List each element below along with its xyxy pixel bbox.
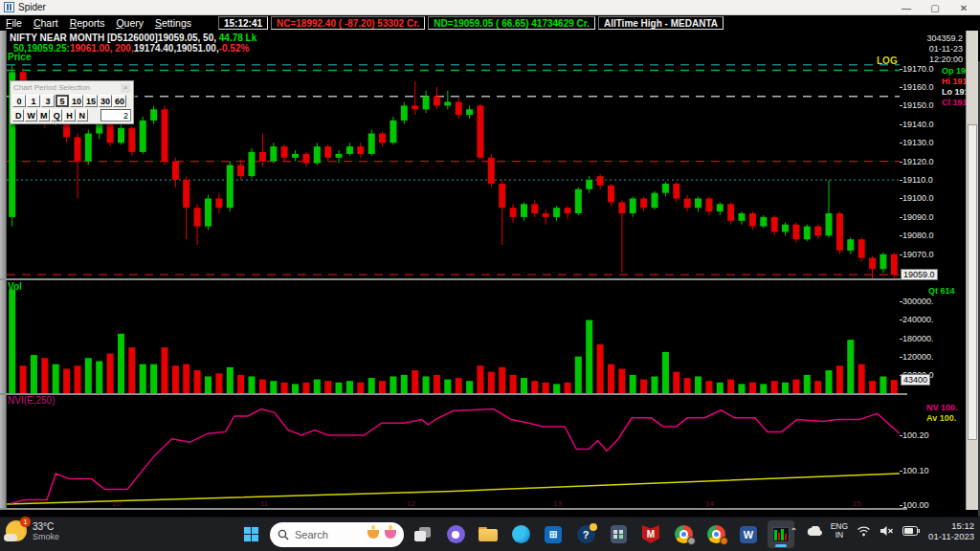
- mcafee-icon[interactable]: M: [637, 520, 664, 548]
- period-button-1[interactable]: 1: [27, 95, 40, 107]
- quote-segment: 200,: [112, 43, 133, 54]
- weather-temperature: 33°C: [33, 521, 59, 532]
- volume-axis-tick: 120000.: [902, 352, 934, 362]
- svg-text:13: 13: [553, 499, 562, 508]
- period-value-input[interactable]: [100, 109, 131, 121]
- svg-text:11: 11: [260, 499, 269, 508]
- period-button-10[interactable]: 10: [70, 95, 83, 107]
- menu-item-chart[interactable]: Chart: [28, 17, 64, 29]
- svg-text:10: 10: [112, 499, 121, 508]
- period-button-H[interactable]: H: [63, 109, 75, 121]
- windows-taskbar: 1 33°C Smoke Search: [0, 517, 980, 551]
- diya-decoration-icon: [385, 530, 396, 539]
- menu-item-settings[interactable]: Settings: [149, 17, 197, 29]
- quote-summary-line: 50,19059.25:19061.00, 200,19174.40,19051…: [13, 43, 249, 54]
- nvi-legend-av: Av 100.: [926, 413, 956, 423]
- period-button-5[interactable]: 5: [56, 95, 69, 107]
- period-button-Q[interactable]: Q: [51, 109, 62, 121]
- period-button-3[interactable]: 3: [41, 95, 55, 107]
- search-input[interactable]: Search: [270, 522, 404, 547]
- windows-logo-icon: [243, 526, 259, 542]
- task-view-button[interactable]: [410, 520, 436, 548]
- weather-description: Smoke: [33, 532, 59, 541]
- dialog-close-icon[interactable]: ×: [121, 83, 130, 93]
- left-scroll-strip[interactable]: [0, 31, 7, 510]
- chat-app-icon[interactable]: [442, 520, 469, 548]
- onedrive-cloud-icon[interactable]: [807, 526, 822, 537]
- tray-chevron-icon[interactable]: ⌃: [790, 526, 797, 537]
- vertical-scrollbar-thumb[interactable]: [968, 124, 977, 440]
- period-button-0[interactable]: 0: [12, 95, 26, 107]
- price-axis-tick: 19120.0: [902, 157, 934, 166]
- period-button-W[interactable]: W: [25, 109, 36, 121]
- instrument-volume: 44.78 Lk: [216, 33, 256, 43]
- volume-qty-legend: Qt 614: [928, 286, 955, 296]
- chrome-profile2-glyph-icon: [707, 525, 725, 543]
- price-axis-column: 304359.201-11-2312:20:00Op 19130.Hi 1914…: [900, 31, 965, 510]
- microsoft-store-icon[interactable]: ⊞: [540, 520, 567, 548]
- minimize-button[interactable]: —: [892, 0, 921, 15]
- quote-segment: 19174.40,19051.00,: [134, 43, 219, 54]
- volume-chart[interactable]: [7, 280, 900, 393]
- price-chart[interactable]: [7, 54, 900, 278]
- period-button-30[interactable]: 30: [99, 95, 112, 107]
- period-button-15[interactable]: 15: [84, 95, 98, 107]
- log-scale-label: LOG: [877, 55, 898, 66]
- price-axis-tick: 19160.0: [902, 82, 934, 92]
- nvi-axis-tick: 100.20: [902, 430, 929, 440]
- weather-widget[interactable]: 1 33°C Smoke: [6, 520, 59, 541]
- title-bar: Spider — ▢ ✕: [0, 0, 980, 15]
- battery-icon[interactable]: [902, 526, 920, 536]
- chat-app-glyph-icon: [447, 525, 465, 543]
- word-glyph-icon: W: [740, 526, 757, 543]
- volume-axis-tick: 240000.: [902, 315, 934, 324]
- chart-period-selection-dialog: Chart Period Selection × 013510153060 DW…: [10, 80, 134, 124]
- menu-item-reports[interactable]: Reports: [64, 17, 111, 29]
- volume-axis-tick: 180000.: [902, 334, 934, 343]
- instrument-title: NIFTY NEAR MONTH [D5126000]19059.05, 50,: [10, 33, 216, 43]
- file-explorer-glyph-icon: [479, 527, 498, 541]
- chrome-profile1-icon[interactable]: [670, 520, 697, 548]
- app-icon: [4, 2, 14, 12]
- menu-item-file[interactable]: File: [0, 17, 28, 29]
- task-view-button-glyph-icon: [414, 527, 432, 541]
- diya-decoration-icon: [368, 530, 379, 539]
- wifi-icon[interactable]: [857, 525, 871, 537]
- period-button-60[interactable]: 60: [113, 95, 126, 107]
- menu-item-query[interactable]: Query: [110, 17, 149, 29]
- volume-panel-label: Vol: [8, 281, 22, 292]
- price-axis-tick: 19080.0: [902, 231, 934, 240]
- maximize-button[interactable]: ▢: [921, 0, 949, 15]
- price-current-label: 19059.0: [901, 269, 938, 280]
- edge-browser-icon[interactable]: [507, 520, 534, 548]
- file-explorer-icon[interactable]: [475, 520, 501, 548]
- period-button-N[interactable]: N: [77, 109, 88, 121]
- panel-divider: [0, 508, 907, 510]
- volume-muted-icon[interactable]: [880, 525, 894, 537]
- quote-segment: 19061.00,: [70, 43, 113, 54]
- calculator-icon[interactable]: [605, 520, 632, 548]
- volume-axis-tick: 300000.: [902, 297, 934, 306]
- taskbar-clock[interactable]: 15:1201-11-2023: [928, 520, 974, 541]
- chrome-profile2-icon[interactable]: [702, 520, 729, 548]
- quick-assist-icon[interactable]: ?: [572, 520, 599, 548]
- microsoft-store-glyph-icon: ⊞: [545, 526, 562, 543]
- svg-text:15: 15: [853, 499, 861, 508]
- search-icon: [278, 529, 289, 540]
- quote-info-line: 304359.2: [926, 33, 963, 43]
- period-button-M[interactable]: M: [38, 109, 50, 121]
- close-button[interactable]: ✕: [949, 0, 978, 15]
- price-panel-label: Price: [8, 52, 31, 62]
- nvi-indicator-chart[interactable]: 101112131415: [7, 395, 900, 508]
- quote-info-line: 12:20:00: [929, 55, 963, 64]
- price-axis-tick: 19070.0: [902, 250, 934, 259]
- start-button[interactable]: [237, 520, 264, 548]
- weather-sun-icon: 1: [6, 520, 27, 541]
- word-icon[interactable]: W: [735, 520, 762, 548]
- vertical-scrollbar[interactable]: [966, 31, 978, 510]
- period-button-D[interactable]: D: [12, 109, 24, 121]
- language-indicator[interactable]: ENGIN: [831, 522, 848, 540]
- notification-badge: 1: [20, 517, 31, 527]
- volume-current-label: 43400: [901, 374, 930, 386]
- quote-info-line: 01-11-23: [929, 44, 963, 54]
